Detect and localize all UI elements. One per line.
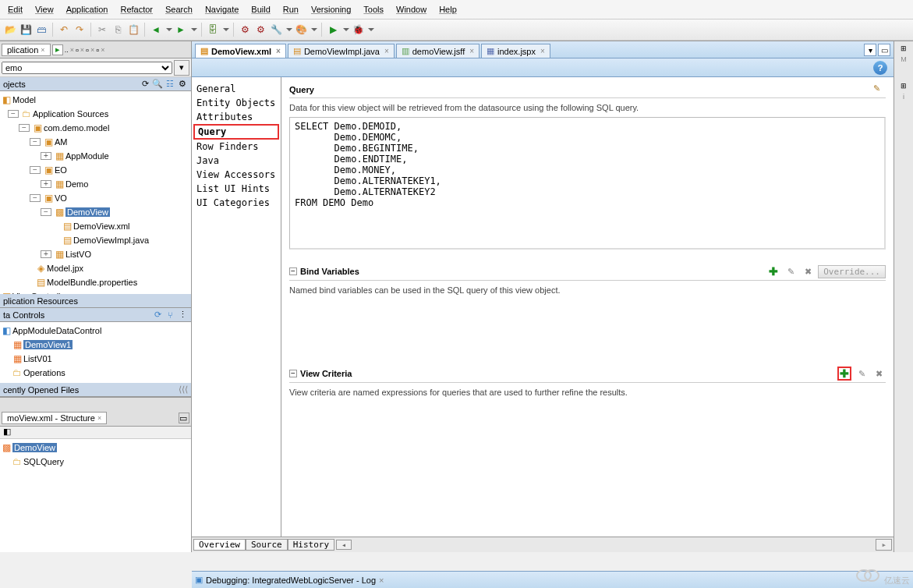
app-tab[interactable]: plication× bbox=[2, 44, 51, 56]
menu-refactor[interactable]: Refactor bbox=[115, 3, 157, 16]
tree-node-model[interactable]: Model bbox=[12, 95, 36, 104]
add-icon[interactable]: ✚ bbox=[766, 264, 780, 278]
datacontrols-header[interactable]: ta Controls ⟳⑂⋮ bbox=[0, 308, 191, 322]
close-icon[interactable]: × bbox=[384, 47, 389, 55]
rebuild-icon[interactable]: ⚙ bbox=[253, 23, 267, 37]
palette-icon[interactable]: 🎨 bbox=[294, 23, 308, 37]
delete-icon[interactable]: ✖ bbox=[872, 367, 886, 381]
nav-entity[interactable]: Entity Objects bbox=[192, 96, 281, 110]
menu-view[interactable]: View bbox=[30, 3, 58, 16]
tab-index-jspx[interactable]: ▦index.jspx× bbox=[481, 44, 550, 58]
sql-textarea[interactable]: SELECT Demo.DEMOID, Demo.DEMOMC, Demo.BE… bbox=[289, 117, 886, 250]
menu-edit[interactable]: Edit bbox=[3, 3, 27, 16]
back-icon[interactable]: ◄ bbox=[149, 23, 163, 37]
nav-uicat[interactable]: UI Categories bbox=[192, 196, 281, 210]
undo-icon[interactable]: ↶ bbox=[57, 23, 71, 37]
tab-glyph-icon[interactable]: ▫ bbox=[96, 45, 99, 55]
close-icon[interactable]: × bbox=[97, 414, 101, 422]
dc-root[interactable]: AppModuleDataControl bbox=[12, 326, 101, 335]
tablist-icon[interactable]: ▾ bbox=[864, 44, 876, 56]
close-icon[interactable]: × bbox=[540, 47, 545, 55]
dc-operations[interactable]: Operations bbox=[23, 368, 65, 377]
structure-tree[interactable]: ▩DemoView 🗀SQLQuery bbox=[0, 439, 191, 552]
nav-listui[interactable]: List UI Hints bbox=[192, 182, 281, 196]
collapse-icon[interactable]: ◧ bbox=[3, 427, 11, 436]
tab-scroll-icon[interactable]: ◂ bbox=[336, 540, 352, 550]
status-text[interactable]: Debugging: IntegratedWebLogicServer - Lo… bbox=[206, 576, 376, 585]
nav-query[interactable]: Query bbox=[193, 124, 279, 140]
maximize-icon[interactable]: ▭ bbox=[878, 44, 890, 56]
save-icon[interactable]: 💾 bbox=[19, 23, 33, 37]
application-combo[interactable]: emo bbox=[2, 62, 172, 74]
nav-general[interactable]: General bbox=[192, 82, 281, 96]
run-icon[interactable]: ▶ bbox=[326, 23, 340, 37]
resources-header[interactable]: plication Resources bbox=[0, 294, 191, 308]
nav-viewaccessors[interactable]: View Accessors bbox=[192, 168, 281, 182]
filter-icon[interactable]: ⑂ bbox=[165, 310, 175, 321]
menu-search[interactable]: Search bbox=[161, 3, 197, 16]
edit-icon[interactable]: ✎ bbox=[784, 264, 798, 278]
projects-header[interactable]: ojects ⟳🔍☷⚙ bbox=[0, 77, 191, 91]
copy-icon[interactable]: ⎘ bbox=[111, 23, 125, 37]
collapse-icon[interactable]: − bbox=[289, 370, 297, 377]
refresh-icon[interactable]: ⟳ bbox=[140, 79, 150, 90]
tree-node-appsources[interactable]: Application Sources bbox=[33, 109, 108, 119]
menu-application[interactable]: Application bbox=[62, 3, 113, 16]
nav-rowfinders[interactable]: Row Finders bbox=[192, 140, 281, 154]
edit-icon[interactable]: ✎ bbox=[873, 83, 886, 96]
more-icon[interactable]: ⋮ bbox=[177, 310, 188, 321]
struct-demoview[interactable]: DemoView bbox=[12, 443, 57, 452]
tree-node-am[interactable]: AM bbox=[55, 137, 68, 147]
menu-navigate[interactable]: Navigate bbox=[200, 3, 243, 16]
menu-help[interactable]: Help bbox=[434, 3, 462, 16]
projects-tree[interactable]: ◧Model −🗀Application Sources −▣com.demo.… bbox=[0, 91, 191, 294]
delete-icon[interactable]: ✖ bbox=[801, 264, 815, 278]
cut-icon[interactable]: ✂ bbox=[95, 23, 109, 37]
options-icon[interactable]: ⚙ bbox=[177, 79, 188, 90]
tab-overview[interactable]: Overview bbox=[193, 539, 246, 551]
minimize-icon[interactable]: ▭ bbox=[179, 413, 189, 423]
tree-node-vo[interactable]: VO bbox=[55, 193, 67, 203]
close-icon[interactable]: × bbox=[41, 46, 44, 54]
tree-node-demoview-impl[interactable]: DemoViewImpl.java bbox=[73, 236, 149, 245]
refresh-icon[interactable]: ⟳ bbox=[152, 310, 163, 321]
close-icon[interactable]: × bbox=[276, 47, 281, 55]
menu-versioning[interactable]: Versioning bbox=[306, 3, 356, 16]
scroll-right-icon[interactable]: ▸ bbox=[876, 539, 892, 551]
tab-history[interactable]: History bbox=[288, 539, 334, 551]
app-menu-button[interactable]: ▾ bbox=[174, 60, 189, 76]
menu-tools[interactable]: Tools bbox=[359, 3, 388, 16]
collapse-icon[interactable]: − bbox=[289, 267, 297, 275]
datacontrols-tree[interactable]: ◧AppModuleDataControl ▦DemoView1 ▦ListV0… bbox=[0, 322, 191, 383]
menu-run[interactable]: Run bbox=[278, 3, 303, 16]
tree-node-eo[interactable]: EO bbox=[55, 165, 67, 175]
structure-tab[interactable]: moView.xml - Structure× bbox=[2, 412, 107, 424]
tab-glyph-icon[interactable]: ▫ bbox=[86, 45, 89, 55]
forward-icon[interactable]: ► bbox=[174, 23, 188, 37]
tree-node-model-jpx[interactable]: Model.jpx bbox=[47, 264, 83, 273]
save-all-icon[interactable]: 🗃 bbox=[34, 23, 48, 37]
config-icon[interactable]: 🔧 bbox=[269, 23, 283, 37]
run-small-icon[interactable]: ▸ bbox=[52, 44, 63, 55]
dc-listv01[interactable]: ListV01 bbox=[23, 354, 52, 363]
menu-window[interactable]: Window bbox=[391, 3, 431, 16]
close-icon[interactable]: × bbox=[469, 47, 474, 55]
tree-node-demo[interactable]: Demo bbox=[65, 179, 88, 189]
tree-node-package[interactable]: com.demo.model bbox=[44, 123, 109, 133]
add-icon[interactable]: ✚ bbox=[837, 367, 851, 381]
tree-node-demoview-xml[interactable]: DemoView.xml bbox=[73, 221, 130, 231]
db-icon[interactable]: 🗄 bbox=[206, 23, 220, 37]
filter-icon[interactable]: ☷ bbox=[165, 79, 175, 90]
nav-attributes[interactable]: Attributes bbox=[192, 110, 281, 124]
open-icon[interactable]: 📂 bbox=[3, 23, 17, 37]
tab-demoviewimpl[interactable]: ▤DemoViewImpl.java× bbox=[288, 44, 395, 58]
override-button[interactable]: Override... bbox=[818, 265, 886, 278]
nav-java[interactable]: Java bbox=[192, 154, 281, 168]
tab-demoview-jsff[interactable]: ▥demoView.jsff× bbox=[396, 44, 480, 58]
struct-sqlquery[interactable]: SQLQuery bbox=[23, 457, 64, 466]
close-icon[interactable]: × bbox=[70, 46, 74, 54]
debug-icon[interactable]: 🐞 bbox=[351, 23, 365, 37]
paste-icon[interactable]: 📋 bbox=[126, 23, 140, 37]
redo-icon[interactable]: ↷ bbox=[73, 23, 87, 37]
tree-node-appmodule[interactable]: AppModule bbox=[65, 151, 109, 161]
